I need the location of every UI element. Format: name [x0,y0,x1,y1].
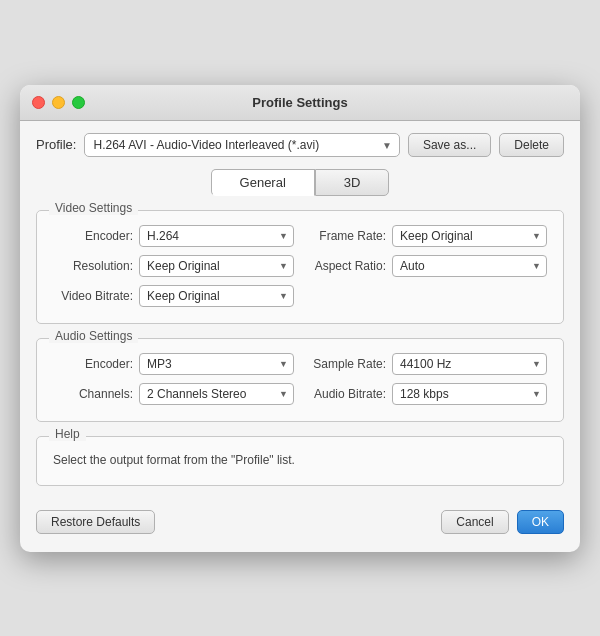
channels-select[interactable]: 2 Channels Stereo [139,383,294,405]
sample-rate-select[interactable]: 44100 Hz [392,353,547,375]
encoder-row: Encoder: H.264 ▼ [53,225,294,247]
video-bitrate-select[interactable]: Keep Original [139,285,294,307]
tabs-row: General 3D [36,169,564,196]
audio-encoder-row: Encoder: MP3 ▼ [53,353,294,375]
main-window: Profile Settings Profile: H.264 AVI - Au… [20,85,580,552]
cancel-button[interactable]: Cancel [441,510,508,534]
traffic-lights [32,96,85,109]
frame-rate-select-wrap: Keep Original ▼ [392,225,547,247]
delete-button[interactable]: Delete [499,133,564,157]
profile-select[interactable]: H.264 AVI - Audio-Video Interleaved (*.a… [84,133,399,157]
encoder-select-wrap: H.264 ▼ [139,225,294,247]
help-section: Help Select the output format from the "… [36,436,564,486]
minimize-button[interactable] [52,96,65,109]
frame-rate-select[interactable]: Keep Original [392,225,547,247]
audio-bitrate-select-wrap: 128 kbps ▼ [392,383,547,405]
bottom-bar: Restore Defaults Cancel OK [36,500,564,536]
resolution-select[interactable]: Keep Original [139,255,294,277]
channels-label: Channels: [53,387,133,401]
sample-rate-select-wrap: 44100 Hz ▼ [392,353,547,375]
channels-row: Channels: 2 Channels Stereo ▼ [53,383,294,405]
resolution-select-wrap: Keep Original ▼ [139,255,294,277]
bottom-right-buttons: Cancel OK [441,510,564,534]
help-text: Select the output format from the "Profi… [53,451,547,469]
sample-rate-row: Sample Rate: 44100 Hz ▼ [306,353,547,375]
video-bitrate-row: Video Bitrate: Keep Original ▼ [53,285,294,307]
audio-settings-section: Audio Settings Encoder: MP3 ▼ Sample Rat… [36,338,564,422]
video-settings-section: Video Settings Encoder: H.264 ▼ Frame Ra… [36,210,564,324]
save-as-button[interactable]: Save as... [408,133,491,157]
audio-bitrate-label: Audio Bitrate: [306,387,386,401]
audio-encoder-select[interactable]: MP3 [139,353,294,375]
aspect-ratio-label: Aspect Ratio: [306,259,386,273]
resolution-row: Resolution: Keep Original ▼ [53,255,294,277]
profile-row: Profile: H.264 AVI - Audio-Video Interle… [36,133,564,157]
tab-general[interactable]: General [211,169,315,196]
audio-encoder-select-wrap: MP3 ▼ [139,353,294,375]
titlebar: Profile Settings [20,85,580,121]
audio-settings-legend: Audio Settings [49,329,138,343]
video-settings-grid: Encoder: H.264 ▼ Frame Rate: Keep Origin… [53,225,547,307]
maximize-button[interactable] [72,96,85,109]
resolution-label: Resolution: [53,259,133,273]
profile-select-wrap: H.264 AVI - Audio-Video Interleaved (*.a… [84,133,399,157]
profile-label: Profile: [36,137,76,152]
aspect-ratio-select[interactable]: Auto [392,255,547,277]
help-legend: Help [49,427,86,441]
frame-rate-row: Frame Rate: Keep Original ▼ [306,225,547,247]
channels-select-wrap: 2 Channels Stereo ▼ [139,383,294,405]
video-settings-legend: Video Settings [49,201,138,215]
window-title: Profile Settings [252,95,347,110]
tab-3d[interactable]: 3D [315,169,390,196]
close-button[interactable] [32,96,45,109]
encoder-select[interactable]: H.264 [139,225,294,247]
restore-defaults-button[interactable]: Restore Defaults [36,510,155,534]
audio-bitrate-row: Audio Bitrate: 128 kbps ▼ [306,383,547,405]
audio-encoder-label: Encoder: [53,357,133,371]
video-bitrate-select-wrap: Keep Original ▼ [139,285,294,307]
sample-rate-label: Sample Rate: [306,357,386,371]
aspect-ratio-select-wrap: Auto ▼ [392,255,547,277]
content-area: Profile: H.264 AVI - Audio-Video Interle… [20,121,580,552]
aspect-ratio-row: Aspect Ratio: Auto ▼ [306,255,547,277]
audio-settings-grid: Encoder: MP3 ▼ Sample Rate: 44100 Hz [53,353,547,405]
ok-button[interactable]: OK [517,510,564,534]
audio-bitrate-select[interactable]: 128 kbps [392,383,547,405]
frame-rate-label: Frame Rate: [306,229,386,243]
video-bitrate-label: Video Bitrate: [53,289,133,303]
encoder-label: Encoder: [53,229,133,243]
